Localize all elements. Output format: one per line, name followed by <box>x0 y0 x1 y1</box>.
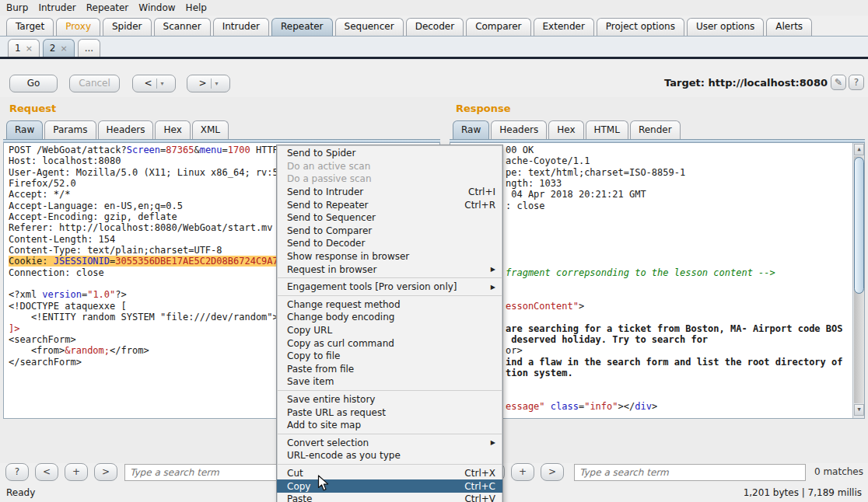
menu-item-send-to-repeater[interactable]: Send to RepeaterCtrl+R <box>277 198 502 211</box>
dropdown-arrow-icon[interactable]: ▾ <box>161 75 164 92</box>
tab-alerts[interactable]: Alerts <box>766 18 812 36</box>
cancel-button[interactable]: Cancel <box>69 75 120 92</box>
menu-item-label: Send to Comparer <box>287 225 495 236</box>
tab-target[interactable]: Target <box>6 18 54 36</box>
menu-item-paste[interactable]: PasteCtrl+V <box>277 493 502 502</box>
menu-item-label: Copy <box>287 481 449 492</box>
response-editor-tabs: RawHeadersHexHTMLRender <box>453 120 682 139</box>
editor-tab-params[interactable]: Params <box>44 120 96 139</box>
editor-tab-html[interactable]: HTML <box>586 120 628 139</box>
menu-item-change-body-encoding[interactable]: Change body encoding <box>277 311 502 324</box>
editor-tab-hex[interactable]: Hex <box>155 120 190 139</box>
menu-item-send-to-sequencer[interactable]: Send to Sequencer <box>277 211 502 225</box>
editor-tab-raw[interactable]: Raw <box>453 120 489 139</box>
dropdown-arrow-icon[interactable]: ▾ <box>215 75 219 92</box>
tab-user-options[interactable]: User options <box>687 18 764 36</box>
response-search-input[interactable] <box>574 464 806 481</box>
code-line: : close <box>455 200 864 211</box>
editor-tab-xml[interactable]: XML <box>192 120 229 139</box>
add-term-button[interactable]: + <box>65 463 88 481</box>
menu-item-label: Send to Intruder <box>287 187 453 197</box>
add-term-button[interactable]: + <box>511 463 534 481</box>
repeater-tab-2[interactable]: 2× <box>43 39 75 57</box>
menu-item-add-to-site-map[interactable]: Add to site map <box>277 419 502 432</box>
tab-intruder[interactable]: Intruder <box>213 18 269 36</box>
menubar-item-repeater[interactable]: Repeater <box>86 1 136 15</box>
menu-separator <box>278 390 502 391</box>
previous-request-button[interactable]: < ▾ <box>132 75 176 92</box>
tab-extender[interactable]: Extender <box>534 18 594 36</box>
tab-project-options[interactable]: Project options <box>597 18 684 36</box>
repeater-tab-...[interactable]: ... <box>78 39 100 57</box>
help-button[interactable]: ? <box>849 75 864 90</box>
go-button[interactable]: Go <box>9 75 58 92</box>
tab-sequencer[interactable]: Sequencer <box>335 18 404 36</box>
scroll-up-button[interactable]: ▲ <box>854 144 864 155</box>
next-request-button[interactable]: > ▾ <box>187 75 230 92</box>
menubar-item-help[interactable]: Help <box>186 1 214 15</box>
editor-tab-raw[interactable]: Raw <box>6 120 43 139</box>
menu-item-cut[interactable]: CutCtrl+X <box>277 467 502 480</box>
menu-item-copy-url[interactable]: Copy URL <box>277 324 502 337</box>
edit-target-button[interactable]: ✎ <box>831 75 846 90</box>
next-match-button[interactable]: > <box>541 463 564 481</box>
menu-item-save-entire-history[interactable]: Save entire history <box>277 393 502 406</box>
menu-item-send-to-decoder[interactable]: Send to Decoder <box>277 237 502 250</box>
code-line <box>455 289 864 300</box>
menu-item-engagement-tools-pro-version-only-[interactable]: Engagement tools [Pro version only]▶ <box>277 281 502 294</box>
response-scrollbar[interactable]: ▲ ▼ <box>852 143 864 418</box>
close-icon[interactable]: × <box>26 44 33 53</box>
menu-item-send-to-intruder[interactable]: Send to IntruderCtrl+I <box>277 186 502 199</box>
menu-item-send-to-comparer[interactable]: Send to Comparer <box>277 225 502 238</box>
next-match-button[interactable]: > <box>94 463 117 481</box>
menubar-item-intruder[interactable]: Intruder <box>38 1 82 15</box>
menu-item-label: Save item <box>287 376 495 387</box>
menu-item-change-request-method[interactable]: Change request method <box>277 298 502 312</box>
close-icon[interactable]: × <box>61 44 68 53</box>
tab-decoder[interactable]: Decoder <box>406 18 464 36</box>
scrollbar-thumb[interactable] <box>854 157 864 294</box>
menu-item-send-to-spider[interactable]: Send to Spider <box>277 147 502 160</box>
menubar: BurpIntruderRepeaterWindowHelp <box>0 0 868 16</box>
tab-repeater[interactable]: Repeater <box>271 18 333 36</box>
menubar-item-burp[interactable]: Burp <box>6 1 35 15</box>
menu-item-shortcut: Ctrl+X <box>464 468 495 479</box>
submenu-arrow-icon: ▶ <box>491 284 495 291</box>
menu-item-shortcut: Ctrl+V <box>464 493 495 502</box>
scroll-down-button[interactable]: ▼ <box>854 404 864 416</box>
match-count: 0 matches <box>814 466 863 477</box>
tab-comparer[interactable]: Comparer <box>466 18 530 36</box>
menu-item-copy-as-curl-command[interactable]: Copy as curl command <box>277 336 502 350</box>
repeater-tab-1[interactable]: 1× <box>8 39 40 57</box>
menu-item-label: Convert selection <box>287 438 475 448</box>
menu-item-convert-selection[interactable]: Convert selection▶ <box>277 436 502 449</box>
menu-item-copy-to-file[interactable]: Copy to file <box>277 350 502 363</box>
menu-item-show-response-in-browser[interactable]: Show response in browser <box>277 250 502 263</box>
response-metrics: 1,201 bytes | 7,189 millis <box>744 487 862 498</box>
editor-tab-headers[interactable]: Headers <box>491 120 547 139</box>
editor-tab-hex[interactable]: Hex <box>548 120 583 139</box>
tab-spider[interactable]: Spider <box>103 18 152 36</box>
menu-item-request-in-browser[interactable]: Request in browser▶ <box>277 263 502 276</box>
menu-item-paste-from-file[interactable]: Paste from file <box>277 363 502 376</box>
menubar-item-window[interactable]: Window <box>138 1 182 15</box>
help-button[interactable]: ? <box>5 463 29 481</box>
menu-item-label: Do an active scan <box>287 161 495 172</box>
menu-item-copy[interactable]: CopyCtrl+C <box>277 479 502 493</box>
code-line <box>455 278 864 289</box>
menu-item-label: Paste URL as request <box>287 407 495 418</box>
response-editor[interactable]: ▲ ▼ 00 OKache-Coyote/1.1pe: text/html;ch… <box>450 143 865 419</box>
prev-match-button[interactable]: < <box>35 463 58 481</box>
code-line: essonContent"> <box>455 301 864 312</box>
editor-tab-headers[interactable]: Headers <box>98 120 154 139</box>
menu-item-save-item[interactable]: Save item <box>277 375 502 389</box>
menu-item-label: Copy as curl command <box>287 338 495 349</box>
down-arrow-icon: ▼ <box>857 406 860 413</box>
editor-tab-render[interactable]: Render <box>630 120 681 139</box>
tab-scanner[interactable]: Scanner <box>154 18 211 36</box>
menu-separator <box>278 277 502 278</box>
menu-item-paste-url-as-request[interactable]: Paste URL as request <box>277 406 502 419</box>
tab-proxy[interactable]: Proxy <box>56 18 100 36</box>
menu-item-url-encode-as-you-type[interactable]: URL-encode as you type <box>277 449 502 462</box>
code-line <box>455 222 864 233</box>
